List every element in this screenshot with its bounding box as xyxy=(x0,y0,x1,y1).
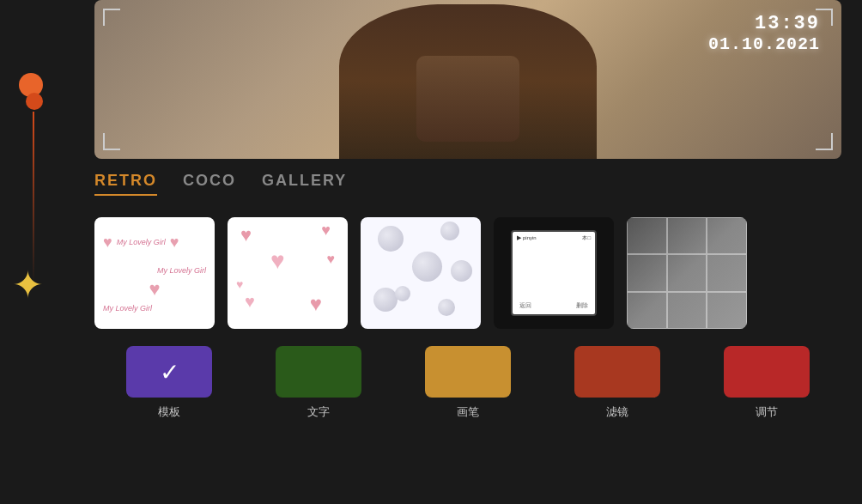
template-item-4[interactable]: ▶ pinyin 本□ 返回 删除 xyxy=(494,217,614,329)
grid-cell-8 xyxy=(667,292,707,329)
tool-lujing[interactable]: 滤镜 xyxy=(543,346,692,420)
tool-huabi[interactable]: 画笔 xyxy=(393,346,543,420)
bubble-6 xyxy=(438,299,455,316)
t1-row-1: ♥ My Lovely Girl ♥ xyxy=(103,234,206,252)
bubble-3 xyxy=(412,252,442,282)
grid-overlay xyxy=(627,217,747,329)
phone-bottom-right: 删除 xyxy=(576,301,588,310)
preview-area: 13:39 01.10.2021 xyxy=(94,0,841,159)
moban-label: 模板 xyxy=(158,404,180,420)
tab-gallery[interactable]: GALLERY xyxy=(262,172,347,196)
star-icon: ✦ xyxy=(12,266,44,304)
scattered-heart-1: ♥ xyxy=(240,224,252,246)
heart-icon-3: ♥ xyxy=(149,278,160,301)
t1-row-2: My Lovely Girl ♥ My Lovely Girl xyxy=(103,266,206,313)
lujing-label: 滤镜 xyxy=(606,404,628,420)
grid-cell-1 xyxy=(627,217,667,254)
tiaojie-icon-bg xyxy=(724,346,810,398)
bubble-2 xyxy=(440,222,459,240)
tiaojie-label: 调节 xyxy=(756,404,778,420)
timestamp-overlay: 13:39 01.10.2021 xyxy=(708,13,820,54)
phone-screen: ▶ pinyin 本□ 返回 删除 xyxy=(511,230,597,316)
template-grid: ♥ My Lovely Girl ♥ My Lovely Girl ♥ My L… xyxy=(77,217,859,329)
deco-dot-small xyxy=(26,93,43,110)
scattered-heart-2: ♥ xyxy=(321,222,331,240)
left-sidebar: ✦ xyxy=(0,0,60,504)
template-item-1[interactable]: ♥ My Lovely Girl ♥ My Lovely Girl ♥ My L… xyxy=(94,217,215,329)
template-item-3[interactable] xyxy=(361,217,481,329)
date-display: 01.10.2021 xyxy=(708,34,820,54)
figure-detail xyxy=(416,56,519,142)
heart-icon-2: ♥ xyxy=(170,234,179,252)
time-display: 13:39 xyxy=(708,13,820,34)
bubble-5 xyxy=(373,288,398,312)
grid-cell-4 xyxy=(627,254,667,291)
grid-cell-9 xyxy=(707,292,747,329)
t1-text-3: My Lovely Girl xyxy=(103,304,152,313)
main-content: 13:39 01.10.2021 RETRO COCO GALLERY ♥ My… xyxy=(77,0,859,504)
phone-bottom-left: 返回 xyxy=(519,301,531,310)
wenzi-label: 文字 xyxy=(307,404,330,420)
moban-icon-bg: ✓ xyxy=(126,346,212,398)
bubble-1 xyxy=(378,226,404,252)
corner-tl xyxy=(103,9,120,26)
scattered-heart-3: ♥ xyxy=(270,247,285,275)
scattered-heart-5: ♥ xyxy=(245,292,255,312)
huabi-icon-bg xyxy=(425,346,511,398)
tabs-section: RETRO COCO GALLERY xyxy=(77,159,859,217)
tool-moban[interactable]: ✓ 模板 xyxy=(94,346,244,420)
tool-wenzi[interactable]: 文字 xyxy=(244,346,393,420)
grid-cell-7 xyxy=(627,292,667,329)
t1-text-2: My Lovely Girl xyxy=(157,266,206,275)
scattered-heart-7: ♥ xyxy=(236,277,243,291)
bubble-4 xyxy=(451,260,472,282)
huabi-label: 画笔 xyxy=(457,404,479,420)
phone-status: 本□ xyxy=(582,234,591,242)
scattered-heart-4: ♥ xyxy=(327,252,336,267)
deco-vertical-line xyxy=(33,112,34,283)
tool-tiaojie[interactable]: 调节 xyxy=(692,346,841,420)
grid-cell-2 xyxy=(667,217,707,254)
grid-cell-3 xyxy=(707,217,747,254)
bubble-7 xyxy=(395,286,410,301)
wenzi-icon-bg xyxy=(276,346,361,398)
phone-app-text: pinyin xyxy=(523,235,537,240)
template-item-5[interactable] xyxy=(627,217,747,329)
bottom-toolbar: ✓ 模板 文字 画笔 滤镜 调节 xyxy=(77,329,859,428)
tab-list: RETRO COCO GALLERY xyxy=(94,172,841,196)
grid-cell-5 xyxy=(667,254,707,291)
template-item-2[interactable]: ♥ ♥ ♥ ♥ ♥ ♥ ♥ xyxy=(228,217,348,329)
heart-icon-1: ♥ xyxy=(103,234,112,252)
corner-br xyxy=(816,133,833,150)
grid-cell-6 xyxy=(707,254,747,291)
lujing-icon-bg xyxy=(574,346,660,398)
t1-text-1: My Lovely Girl xyxy=(117,238,166,246)
check-icon: ✓ xyxy=(160,358,179,386)
corner-bl xyxy=(103,133,120,150)
scattered-heart-6: ♥ xyxy=(310,292,322,316)
tab-retro[interactable]: RETRO xyxy=(94,172,157,196)
preview-image: 13:39 01.10.2021 xyxy=(94,0,841,159)
tab-coco[interactable]: COCO xyxy=(183,172,236,196)
phone-app-icon: ▶ xyxy=(517,234,521,241)
